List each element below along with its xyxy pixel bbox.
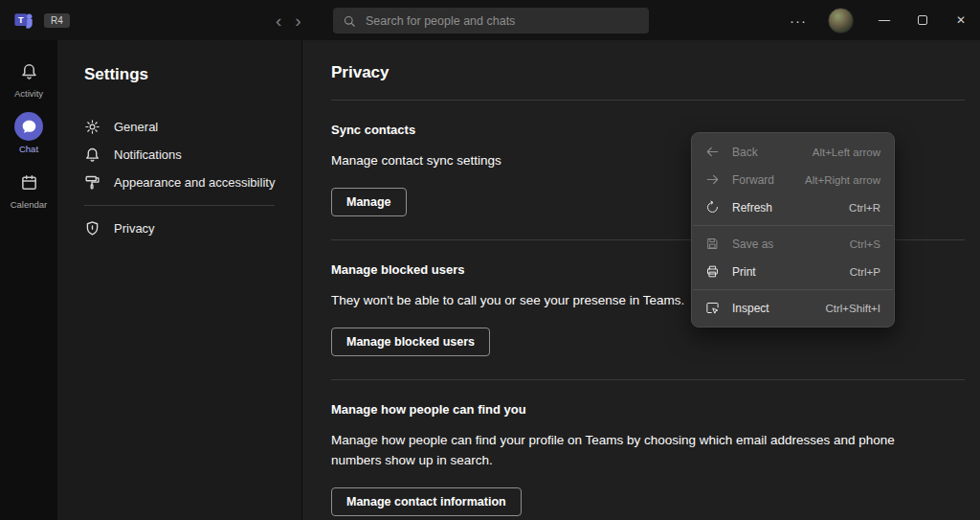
search-input[interactable]: [364, 13, 639, 29]
shield-icon: [84, 220, 100, 237]
titlebar-right: ··· — ✕: [780, 0, 980, 40]
settings-sidebar: Settings General Notifications: [57, 40, 302, 520]
paintbrush-icon: [84, 174, 100, 191]
titlebar-left: T R4: [0, 10, 70, 31]
search-icon: [343, 14, 356, 28]
menu-divider: [693, 225, 893, 226]
sidebar-item-label: Privacy: [114, 221, 155, 236]
minimize-button[interactable]: —: [865, 0, 903, 40]
rail-item-label: Calendar: [11, 199, 48, 210]
section-description: Manage how people can find your profile …: [331, 431, 944, 471]
svg-text:T: T: [18, 15, 24, 25]
menu-item-label: Back: [732, 146, 758, 159]
section-find-you: Manage how people can find you Manage ho…: [331, 380, 965, 520]
sidebar-item-label: Notifications: [114, 147, 182, 162]
rail-item-label: Chat: [19, 144, 38, 154]
menu-item-refresh[interactable]: Refresh Ctrl+R: [692, 193, 894, 221]
bell-icon: [84, 147, 100, 163]
menu-item-label: Refresh: [732, 201, 772, 215]
environment-badge: R4: [44, 13, 70, 28]
chat-icon: [14, 112, 43, 141]
menu-item-print[interactable]: Print Ctrl+P: [692, 258, 894, 285]
menu-item-shortcut: Ctrl+P: [850, 266, 880, 278]
sidebar-item-label: Appearance and accessibility: [114, 175, 275, 190]
menu-item-shortcut: Ctrl+S: [850, 238, 880, 250]
menu-item-label: Save as: [732, 237, 773, 251]
calendar-icon: [14, 168, 43, 196]
menu-item-shortcut: Alt+Right arrow: [805, 174, 880, 186]
menu-item-shortcut: Ctrl+R: [849, 202, 880, 214]
manage-contact-info-button[interactable]: Manage contact information: [331, 487, 522, 516]
sidebar-divider: [84, 205, 275, 206]
avatar[interactable]: [828, 8, 854, 34]
maximize-button[interactable]: [903, 0, 942, 40]
arrow-right-icon: [705, 172, 720, 187]
manage-sync-button[interactable]: Manage: [331, 188, 407, 216]
menu-item-label: Inspect: [732, 302, 769, 315]
sidebar-item-label: General: [114, 120, 158, 134]
refresh-icon: [705, 200, 720, 215]
context-menu: Back Alt+Left arrow Forward Alt+Right ar…: [691, 132, 895, 328]
bell-icon: [14, 57, 43, 85]
search-box[interactable]: [333, 8, 649, 34]
rail-item-label: Activity: [14, 88, 43, 99]
rail-item-chat[interactable]: Chat: [0, 105, 57, 161]
forward-button[interactable]: ›: [295, 11, 301, 30]
gear-icon: [84, 119, 100, 135]
app-rail: Activity Chat Calendar: [0, 40, 57, 520]
close-button[interactable]: ✕: [942, 0, 980, 40]
settings-title: Settings: [84, 65, 301, 84]
menu-item-label: Forward: [732, 173, 774, 187]
arrow-left-icon: [705, 145, 720, 159]
more-options-button[interactable]: ···: [780, 12, 816, 29]
page-title: Privacy: [331, 63, 965, 82]
menu-item-back: Back Alt+Left arrow: [692, 138, 894, 166]
inspect-icon: [705, 301, 720, 315]
printer-icon: [705, 264, 720, 279]
back-button[interactable]: ‹: [276, 11, 281, 30]
maximize-icon: [918, 15, 927, 25]
rail-item-calendar[interactable]: Calendar: [0, 161, 57, 216]
menu-item-shortcut: Ctrl+Shift+I: [825, 303, 880, 314]
manage-blocked-users-button[interactable]: Manage blocked users: [331, 328, 490, 356]
menu-item-forward: Forward Alt+Right arrow: [692, 166, 894, 193]
save-icon: [705, 237, 720, 251]
teams-logo-icon: T: [13, 10, 34, 31]
sidebar-item-general[interactable]: General: [84, 113, 301, 141]
section-heading: Manage how people can find you: [331, 402, 965, 417]
menu-item-shortcut: Alt+Left arrow: [813, 147, 880, 158]
menu-divider: [693, 289, 893, 290]
rail-item-activity[interactable]: Activity: [0, 50, 57, 105]
sidebar-item-appearance[interactable]: Appearance and accessibility: [84, 169, 301, 196]
menu-item-label: Print: [732, 265, 756, 279]
menu-item-save-as: Save as Ctrl+S: [692, 230, 894, 258]
sidebar-item-notifications[interactable]: Notifications: [84, 141, 301, 169]
titlebar: T R4 ‹ › ··· — ✕: [0, 0, 980, 40]
menu-item-inspect[interactable]: Inspect Ctrl+Shift+I: [692, 294, 894, 322]
sidebar-item-privacy[interactable]: Privacy: [84, 215, 301, 242]
history-nav: ‹ ›: [276, 0, 301, 40]
